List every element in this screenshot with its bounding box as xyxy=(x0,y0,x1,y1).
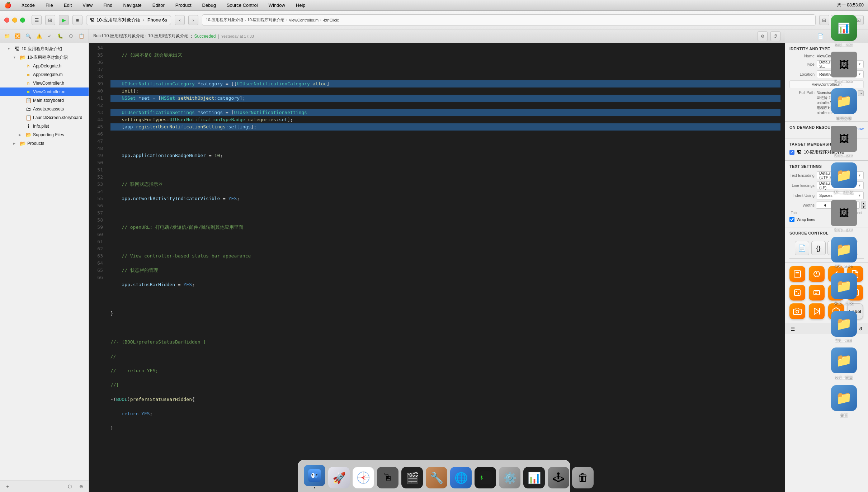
sidebar-item-assets[interactable]: 🗂 Assets.xcassets xyxy=(0,105,89,113)
sidebar-item-project-root[interactable]: ▼ 🏗 10-应用程序对象介绍 xyxy=(0,44,89,53)
dock-launchpad[interactable]: 🚀 xyxy=(328,467,350,488)
desktop-icon-snip3[interactable]: 🖼 Snip....png xyxy=(824,200,864,232)
breadcrumb-file[interactable]: ViewController.m xyxy=(289,18,319,22)
sidebar-item-supporting-files[interactable]: ▶ 📂 Supporting Files xyxy=(0,131,89,139)
sidebar-item-appfolder[interactable]: ▼ 📂 10-应用程序对象介绍 xyxy=(0,53,89,62)
sidebar-toggle-btn[interactable]: ☰ xyxy=(32,15,42,25)
sidebar-report-btn[interactable]: 📋 xyxy=(77,32,86,41)
add-file-btn[interactable]: + xyxy=(3,482,12,491)
menu-file[interactable]: File xyxy=(43,2,55,9)
menu-source-control[interactable]: Source Control xyxy=(225,2,260,9)
view-toggle-btn[interactable]: ⊞ xyxy=(45,15,55,25)
svg-rect-6 xyxy=(794,290,800,295)
dock-mouse[interactable]: 🖱 xyxy=(377,467,398,488)
code-content[interactable]: // 如果不是0 就会显示出来 UIUserNotificationCatego… xyxy=(106,43,785,492)
desktop-icon-folder1[interactable]: 📁 车丹分享 xyxy=(824,88,864,121)
dock-movie[interactable]: 🎬 xyxy=(401,467,423,488)
sidebar-source-btn[interactable]: 🔀 xyxy=(14,32,22,41)
sidebar-item-info-plist[interactable]: ℹ Info.plist xyxy=(0,122,89,131)
header-file-icon: h xyxy=(25,64,32,68)
orange-btn-5[interactable] xyxy=(789,285,805,301)
desktop-icon-zjl[interactable]: 📁 ZJL...etail xyxy=(824,311,864,342)
menu-find[interactable]: Find xyxy=(101,2,114,9)
sidebar-item-appdelegate-h[interactable]: h AppDelegate.h xyxy=(0,62,89,70)
code-line-52: } xyxy=(110,310,780,317)
sidebar-test-btn[interactable]: ✓ xyxy=(46,32,54,41)
dock-finder[interactable] xyxy=(304,465,325,488)
wrap-lines-checkbox[interactable] xyxy=(789,217,794,222)
build-details-btn[interactable]: ⚙ xyxy=(758,31,768,41)
dock-settings[interactable]: ⚙️ xyxy=(499,467,520,488)
close-button[interactable] xyxy=(4,18,9,23)
sidebar-item-launch-storyboard[interactable]: 📋 LaunchScreen.storyboard xyxy=(0,113,89,122)
scheme-selector[interactable]: 🏗 10-应用程序对象介绍 › iPhone 6s xyxy=(86,15,171,25)
activity-btn[interactable]: ⏱ xyxy=(770,31,780,41)
dock-app-dot xyxy=(314,487,315,488)
menu-xcode[interactable]: Xcode xyxy=(19,2,37,9)
breadcrumb-folder[interactable]: 10-应用程序对象介绍 xyxy=(247,17,285,23)
code-area[interactable]: 34 35 36 37 38 39 40 41 42 43 44 45 46 4… xyxy=(89,43,785,492)
orange-btn-1[interactable] xyxy=(789,266,805,282)
code-line-57: //} xyxy=(110,382,780,389)
dock-game[interactable]: 🕹 xyxy=(548,467,569,488)
desktop-icon-snip2[interactable]: 🖼 Snip....png xyxy=(824,126,864,157)
sidebar-item-appdelegate-m[interactable]: m AppDelegate.m xyxy=(0,70,89,79)
sidebar-item-main-storyboard[interactable]: 📋 Main.storyboard xyxy=(0,96,89,105)
desktop-icon-xlsx[interactable]: 📊 ios1....xlsx xyxy=(824,15,864,47)
desktop-icon-ksl[interactable]: 📁 KSl...aster xyxy=(824,237,864,268)
project-icon: 🏗 xyxy=(14,46,20,52)
sidebar-item-viewcontroller-m[interactable]: m ViewController.m xyxy=(0,87,89,96)
sidebar-warning-btn[interactable]: ⚠️ xyxy=(35,32,43,41)
orange-btn-camera[interactable] xyxy=(789,303,805,319)
desktop-icon-unnamed[interactable]: 📁 未命…件夹 xyxy=(824,273,864,306)
desktop-icon-ios1[interactable]: 📁 ios1...试题 xyxy=(824,347,864,380)
sidebar-item-label: ViewController.m xyxy=(33,89,89,94)
apple-menu[interactable]: 🍎 xyxy=(4,2,11,9)
target-checkbox[interactable]: ✓ xyxy=(789,150,794,155)
dock-activity[interactable]: 📊 xyxy=(523,467,545,488)
menubar: 🍎 Xcode File Edit View Find Navigate Edi… xyxy=(0,0,868,11)
sidebar-item-viewcontroller-h[interactable]: h ViewController.h xyxy=(0,79,89,87)
sidebar-folder-btn[interactable]: 📁 xyxy=(3,32,11,41)
menu-help[interactable]: Help xyxy=(294,2,308,9)
safari-icon xyxy=(353,467,374,488)
sidebar-search-btn[interactable]: 🔍 xyxy=(24,32,33,41)
sidebar-breakpoint-btn[interactable]: ⬡ xyxy=(67,32,75,41)
code-line-55: // xyxy=(110,353,780,360)
menu-edit[interactable]: Edit xyxy=(62,2,74,9)
menu-window[interactable]: Window xyxy=(266,2,287,9)
dock-trash[interactable]: 🗑 xyxy=(572,467,594,488)
sidebar-item-products[interactable]: ▶ 📂 Products xyxy=(0,139,89,148)
sidebar-debug-btn[interactable]: 🐛 xyxy=(56,32,65,41)
dock-terminal[interactable]: $_ xyxy=(475,467,496,488)
fullscreen-button[interactable] xyxy=(20,18,25,23)
scheme-name: 10-应用程序对象介绍 xyxy=(96,17,141,23)
dock-tools[interactable]: 🔧 xyxy=(426,467,447,488)
desktop-icon-folder2[interactable]: 📁 07-…(优化) xyxy=(824,162,864,195)
history-btn[interactable]: ⊕ xyxy=(76,482,86,491)
menu-debug[interactable]: Debug xyxy=(200,2,218,9)
inspector-list-view-btn[interactable]: ☰ xyxy=(788,324,797,333)
menu-view[interactable]: View xyxy=(80,2,95,9)
code-line-54: //- (BOOL)prefersStatusBarHidden { xyxy=(110,339,780,346)
minimize-button[interactable] xyxy=(12,18,17,23)
breadcrumb-proj[interactable]: 10-应用程序对象介绍 xyxy=(206,17,243,23)
menu-product[interactable]: Product xyxy=(173,2,194,9)
nav-back-btn[interactable]: ‹ xyxy=(175,15,185,25)
sc-file-icon[interactable]: 📄 xyxy=(795,241,809,255)
source-file-icon: m xyxy=(25,72,32,77)
sidebar-item-label: AppDelegate.h xyxy=(33,63,89,68)
breadcrumb-symbol[interactable]: -btnClick: xyxy=(323,18,339,22)
desktop-icon-snip1[interactable]: 🖼 Snip....png xyxy=(824,52,864,83)
code-line-45 xyxy=(110,209,780,217)
menu-editor[interactable]: Editor xyxy=(150,2,167,9)
nav-fwd-btn[interactable]: › xyxy=(188,15,198,25)
run-button[interactable]: ▶ xyxy=(59,15,69,25)
dock-safari[interactable] xyxy=(353,467,374,488)
desktop-icon-desktop[interactable]: 📁 桌面 xyxy=(824,385,864,418)
menu-navigate[interactable]: Navigate xyxy=(121,2,143,9)
folder-icon: 📂 xyxy=(19,55,26,60)
stop-button[interactable]: ■ xyxy=(72,15,82,25)
filter-btn[interactable]: ⬡ xyxy=(65,482,74,491)
dock-network[interactable]: 🌐 xyxy=(450,467,472,488)
